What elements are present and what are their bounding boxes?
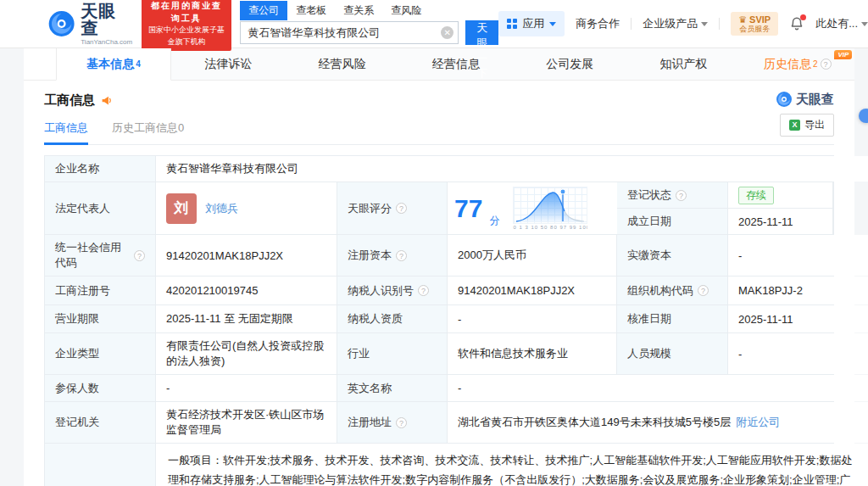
tab-operation-risk[interactable]: 经营风险 — [286, 48, 399, 80]
field-label: 参保人数 — [45, 375, 156, 401]
watermark-label: 天眼查 — [796, 92, 834, 108]
logo-title: 天眼查 — [81, 3, 133, 36]
company-name-value: 黄石智谱华章科技有限公司 — [156, 156, 868, 182]
tab-label: 法律诉讼 — [204, 57, 252, 72]
tab-count: 4 — [136, 59, 141, 69]
industry-value: 软件和信息技术服务业 — [448, 333, 617, 374]
table-row: 经营范围? 一般项目：软件开发;技术服务、技术开发、技术咨询、技术交流、技术转让… — [45, 444, 833, 486]
tab-legal-proceedings[interactable]: 法律诉讼 — [171, 48, 285, 80]
nearby-companies-link[interactable]: 附近公司 — [736, 415, 780, 430]
legal-representative-cell: 刘 刘德兵 — [156, 182, 337, 234]
table-row: 企业名称 黄石智谱华章科技有限公司 — [45, 156, 833, 182]
floating-widget-handle[interactable] — [859, 109, 868, 123]
table-row: 工商注册号 420201210019745 纳税人识别号? 91420201MA… — [45, 277, 833, 305]
paid-capital-value: - — [728, 235, 868, 276]
field-label: 法定代表人 — [45, 182, 156, 234]
establish-date-value: 2025-11-11 — [728, 209, 833, 234]
user-menu-label: 此处有... — [815, 16, 858, 31]
registered-capital-value: 2000万人民币 — [448, 235, 617, 276]
excel-icon: X — [789, 120, 800, 131]
field-label: 企业名称 — [45, 156, 156, 182]
tab-label: 公司发展 — [546, 57, 593, 72]
business-scope-value: 一般项目：软件开发;技术服务、技术开发、技术咨询、技术交流、技术转让、技术推广;… — [156, 444, 868, 486]
table-row: 法定代表人 刘 刘德兵 登记状态? 存续 天眼评分? 77 分 — [45, 182, 833, 235]
chevron-down-icon — [549, 22, 556, 26]
registration-status-cell: 存续 — [728, 182, 833, 209]
score-distribution-chart: 0 1 3 10 50 80 97 99 100 — [513, 187, 587, 231]
status-date-score-grid: 登记状态? 存续 天眼评分? 77 分 — [337, 182, 833, 234]
field-label: 统一社会信用代码? — [45, 235, 156, 276]
search-button[interactable]: 天眼一下 — [465, 20, 498, 45]
nav-cooperation[interactable]: 商务合作 — [576, 16, 620, 31]
help-icon[interactable]: ? — [396, 203, 407, 214]
search-tab-boss[interactable]: 查老板 — [287, 1, 335, 20]
field-label: 核准日期 — [617, 305, 728, 332]
table-row: 营业期限 2025-11-11 至 无固定期限 纳税人资质 - 核准日期 202… — [45, 305, 833, 333]
tab-history-info[interactable]: 历史信息2 ? VIP — [741, 48, 854, 80]
search-tab-company[interactable]: 查公司 — [240, 1, 287, 20]
tianyan-score-cell: 77 分 — [448, 182, 617, 234]
company-section-tabs: 基本信息4 法律诉讼 经营风险 经营信息 公司发展 知识产权 历史信息2 ? V… — [24, 48, 854, 81]
export-button[interactable]: X 导出 — [780, 114, 834, 137]
field-label: 纳税人识别号? — [337, 277, 448, 304]
search-input[interactable] — [240, 21, 459, 44]
help-icon[interactable]: ? — [698, 285, 709, 296]
section-title: 工商信息 — [44, 92, 95, 109]
english-name-value: - — [448, 375, 868, 401]
svip-sublabel: 会员服务 — [738, 25, 771, 33]
tab-count: 2 — [813, 59, 818, 69]
svip-member-badge[interactable]: ♛ SVIP 会员服务 — [731, 12, 778, 36]
user-menu[interactable]: 此处有... — [815, 16, 868, 31]
search-tab-relation[interactable]: 查关系 — [335, 1, 382, 20]
field-label: 经营范围? — [45, 444, 156, 486]
help-icon[interactable]: ? — [396, 417, 407, 428]
field-label: 注册资本? — [337, 235, 448, 276]
help-icon[interactable]: ? — [676, 190, 687, 201]
nav-enterprise-products[interactable]: 企业级产品 — [643, 16, 708, 31]
help-icon[interactable]: ? — [134, 250, 145, 261]
apps-menu-button[interactable]: 应用 — [498, 11, 565, 36]
tianyancha-logo[interactable]: 天眼查 TianYanCha.com — [47, 3, 133, 46]
org-code-value: MAK18PJJ-2 — [728, 277, 868, 304]
apps-label: 应用 — [522, 16, 544, 31]
export-label: 导出 — [804, 118, 825, 132]
table-row: 统一社会信用代码? 91420201MAK18PJJ2X 注册资本? 2000万… — [45, 235, 833, 277]
subtabs: 工商信息 历史工商信息0 X 导出 — [44, 120, 834, 145]
header-nav: 应用 商务合作 企业级产品 ♛ SVIP 会员服务 此处有... — [498, 11, 868, 36]
tab-basic-info[interactable]: 基本信息4 — [56, 48, 171, 81]
table-row: 登记机关 黄石经济技术开发区·铁山区市场监督管理局 注册地址? 湖北省黄石市开铁… — [45, 402, 833, 444]
taxpayer-id-value: 91420201MAK18PJJ2X — [448, 277, 617, 304]
notification-dot — [800, 14, 806, 20]
field-label: 登记机关 — [45, 402, 156, 443]
field-label: 登记状态? — [617, 182, 728, 209]
uscc-value: 91420201MAK18PJJ2X — [156, 235, 337, 276]
help-icon[interactable]: ? — [821, 59, 832, 70]
svip-label: ♛ SVIP — [738, 14, 771, 25]
business-info-card: 工商信息 天眼查 工商信息 历史工商信息0 X 导出 企业名称 黄石智谱华章科技… — [24, 81, 854, 486]
tianyancha-swirl-icon — [47, 9, 75, 38]
avatar[interactable]: 刘 — [166, 193, 197, 224]
notifications-bell-icon[interactable] — [789, 16, 804, 31]
field-label: 人员规模 — [617, 333, 728, 374]
chevron-down-icon — [861, 22, 868, 26]
company-type-value: 有限责任公司(自然人投资或控股的法人独资) — [156, 333, 337, 374]
field-label: 纳税人资质 — [337, 305, 448, 332]
tab-operation-info[interactable]: 经营信息 — [399, 48, 513, 80]
business-term-value: 2025-11-11 至 无固定期限 — [156, 305, 337, 332]
insured-count-value: - — [156, 375, 337, 401]
help-icon[interactable]: ? — [418, 285, 429, 296]
registered-address-cell: 湖北省黄石市开铁区奥体大道149号未来科技城5号楼5层 附近公司 — [448, 402, 868, 443]
field-label: 行业 — [337, 333, 448, 374]
subtab-history-business-info[interactable]: 历史工商信息0 — [112, 120, 184, 136]
search-tabs: 查公司 查老板 查关系 查风险 — [240, 3, 498, 20]
subtab-business-info[interactable]: 工商信息 — [44, 120, 88, 136]
divider — [719, 18, 720, 30]
megaphone-icon[interactable] — [101, 95, 112, 106]
legal-representative-link[interactable]: 刘德兵 — [205, 201, 238, 216]
tab-intellectual-property[interactable]: 知识产权 — [626, 48, 740, 80]
apps-grid-icon — [507, 19, 517, 29]
help-icon[interactable]: ? — [396, 250, 407, 261]
search-block: 查公司 查老板 查关系 查风险 ✕ 天眼一下 — [240, 3, 498, 45]
search-tab-risk[interactable]: 查风险 — [382, 1, 430, 20]
tab-company-development[interactable]: 公司发展 — [513, 48, 626, 80]
